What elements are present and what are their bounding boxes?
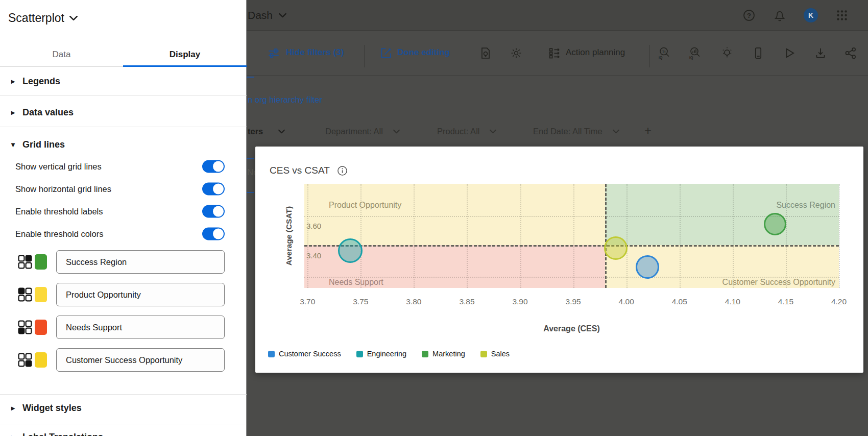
action-planning-icon[interactable] — [548, 46, 561, 60]
play-preview-icon[interactable] — [783, 46, 796, 60]
section-data-values[interactable]: ▸Data values — [0, 106, 247, 119]
region-row: Needs Support — [0, 311, 247, 344]
region-label-input[interactable]: Needs Support — [56, 316, 225, 339]
legend-item[interactable]: Sales — [480, 350, 510, 358]
vertical-gridline — [786, 184, 787, 288]
svg-text:iQ: iQ — [659, 56, 663, 60]
quadrant-position-icon[interactable] — [18, 287, 32, 302]
data-bubble-customer-success[interactable] — [636, 255, 659, 279]
vertical-gridline — [839, 184, 840, 288]
data-bubble-sales[interactable] — [604, 236, 628, 260]
data-bubble-marketing[interactable] — [764, 213, 786, 235]
x-tick-label: 3.70 — [300, 297, 315, 306]
quadrant-region-top-left — [304, 184, 605, 245]
section-widget-styles[interactable]: ▸Widget styles — [0, 401, 247, 415]
toggle-row: Enable threshold colors — [0, 223, 247, 245]
info-icon[interactable] — [337, 165, 348, 176]
section-grid-lines[interactable]: ▾Grid lines — [0, 138, 247, 151]
notifications-bell-icon[interactable] — [773, 9, 786, 22]
share-icon[interactable] — [844, 46, 857, 60]
hidden-widget-edge — [247, 77, 254, 78]
chevron-down-icon — [279, 13, 286, 18]
idea-bulb-icon[interactable] — [720, 46, 734, 60]
grid-lines-toggles: Show vertical grid linesShow horizontal … — [0, 155, 247, 245]
action-planning-button[interactable]: Action planning — [566, 47, 625, 58]
done-editing-button[interactable]: Done editing — [397, 47, 450, 58]
section-label-translations[interactable]: ▸Label Translations — [0, 430, 247, 436]
x-tick-label: 3.95 — [566, 297, 581, 306]
section-legends[interactable]: ▸Legends — [0, 75, 247, 88]
quadrant-position-icon[interactable] — [18, 320, 32, 334]
region-color-swatch[interactable] — [35, 320, 47, 335]
caret-right-icon: ▸ — [11, 433, 16, 436]
hidden-widget-edge — [247, 158, 254, 159]
edit-pencil-icon[interactable] — [379, 46, 393, 60]
data-bubble-engineering[interactable] — [338, 238, 363, 263]
settings-gear-icon[interactable] — [510, 46, 523, 60]
active-tab-underline — [123, 65, 247, 67]
plot-area[interactable]: Product OpportunitySuccess RegionNeeds S… — [304, 184, 839, 288]
chevron-down-icon — [393, 129, 400, 134]
svg-text:?: ? — [747, 12, 751, 19]
region-color-swatch[interactable] — [35, 352, 47, 368]
legend-swatch — [422, 351, 428, 357]
x-tick-label: 4.05 — [672, 297, 687, 306]
toggle-switch[interactable] — [202, 160, 225, 173]
hide-filters-button[interactable]: Hide filters (3) — [286, 47, 344, 58]
tab-data[interactable]: Data — [0, 42, 123, 66]
dashboard-name-menu[interactable]: Dash — [248, 0, 286, 31]
caret-down-icon: ▾ — [11, 140, 16, 149]
x-tick-label: 3.90 — [512, 297, 527, 306]
vertical-gridline — [573, 184, 574, 288]
divider — [0, 127, 247, 127]
toolbar-divider — [364, 45, 365, 67]
x-tick-label: 4.15 — [778, 297, 793, 306]
x-tick-label: 4.10 — [725, 297, 740, 306]
help-icon[interactable]: ? — [742, 9, 756, 22]
download-icon[interactable] — [814, 46, 827, 60]
filter-dropdown[interactable]: Department: All — [325, 125, 400, 138]
quadrant-position-icon[interactable] — [18, 255, 32, 269]
filter-dropdown[interactable]: End Date: All Time — [533, 125, 619, 138]
vertical-gridline — [520, 184, 521, 288]
toggle-switch[interactable] — [202, 228, 225, 240]
vertical-gridline — [680, 184, 681, 288]
quadrant-position-icon[interactable] — [18, 353, 32, 367]
x-tick-label: 3.80 — [406, 297, 421, 306]
vertical-gridline — [307, 184, 308, 288]
widget-type-selector[interactable]: Scatterplot — [8, 11, 78, 25]
quadrant-region-top-right — [605, 184, 839, 245]
chevron-down-icon — [613, 129, 619, 134]
svg-text:iQ: iQ — [689, 56, 693, 60]
stats-iq-icon[interactable]: iQ — [689, 46, 702, 60]
app-switcher-waffle-icon[interactable] — [835, 9, 849, 22]
region-color-swatch[interactable] — [35, 287, 47, 302]
insights-doc-bulb-icon[interactable] — [479, 46, 492, 60]
toggle-switch[interactable] — [202, 205, 225, 218]
filter-dropdown[interactable]: Product: All — [437, 125, 496, 138]
mobile-preview-icon[interactable] — [752, 46, 765, 60]
toggle-switch[interactable] — [202, 183, 225, 196]
threshold-regions: Success RegionProduct OpportunityNeeds S… — [0, 246, 247, 376]
all-filters-dropdown[interactable]: ters — [248, 125, 285, 138]
user-avatar[interactable]: K — [804, 8, 818, 22]
text-iq-icon[interactable]: TtiQ — [658, 46, 671, 60]
region-color-swatch[interactable] — [35, 254, 47, 270]
region-label-input[interactable]: Product Opportunity — [56, 283, 225, 306]
legend-item[interactable]: Marketing — [422, 350, 465, 358]
top-nav-bar: Dash ? K — [247, 0, 868, 31]
region-label-input[interactable]: Success Region — [56, 250, 225, 274]
region-label-input[interactable]: Customer Success Opportunity — [56, 348, 225, 372]
legend-swatch — [268, 351, 275, 357]
filters-sliders-icon[interactable] — [267, 46, 280, 60]
toggle-row: Show vertical grid lines — [0, 155, 247, 178]
toggle-label: Enable threshold colors — [15, 229, 103, 239]
org-hierarchy-filter-link[interactable]: n org hierarchy filter — [248, 95, 322, 105]
legend-item[interactable]: Customer Success — [268, 350, 341, 358]
divider — [0, 394, 247, 395]
tab-display[interactable]: Display — [123, 42, 247, 66]
legend-label: Sales — [491, 350, 510, 358]
legend-item[interactable]: Engineering — [356, 350, 406, 358]
add-filter-button[interactable]: + — [644, 124, 652, 138]
scatterplot-widget-card[interactable]: CES vs CSAT Average (CSAT) Product Oppor… — [255, 147, 863, 373]
